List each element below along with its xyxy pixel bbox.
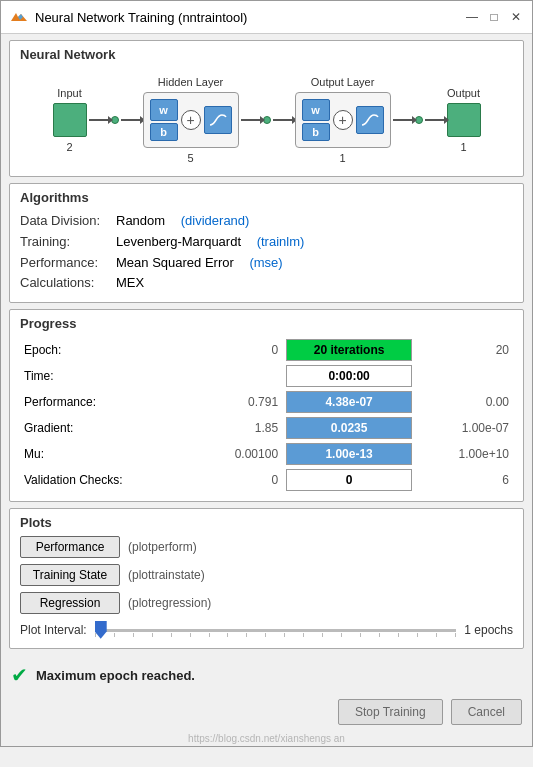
gradient-bar-cell: 0.0235 [282,415,416,441]
gradient-end: 1.00e-07 [416,415,513,441]
performance-algo-value: Mean Squared Error [116,253,234,274]
epoch-progress-bar: 20 iterations [286,339,412,361]
hidden-layer-box: w b + [143,92,239,148]
training-state-plot-link[interactable]: (plottrainstate) [128,568,205,582]
input-node [53,103,87,137]
arrow-4 [273,119,293,121]
matlab-icon [9,7,29,27]
mu-bar-text: 1.00e-13 [325,447,372,461]
status-bar: ✔ Maximum epoch reached. [1,655,532,695]
output-box: Output 1 [447,87,481,153]
output-label: Output [447,87,480,99]
time-end [416,363,513,389]
mu-end: 1.00e+10 [416,441,513,467]
epoch-label: Epoch: [20,337,197,363]
performance-plot-link[interactable]: (plotperform) [128,540,197,554]
validation-label: Validation Checks: [20,467,197,493]
stop-training-button[interactable]: Stop Training [338,699,443,725]
neural-network-section: Neural Network Input 2 Hidden Layer w [9,40,524,177]
tick-17 [398,633,399,637]
maximize-button[interactable]: □ [486,9,502,25]
tick-8 [227,633,228,637]
plot-interval-row: Plot Interval: [20,620,513,640]
algorithms-title: Algorithms [20,190,513,205]
arrow-5 [393,119,413,121]
tick-12 [303,633,304,637]
input-box: Input 2 [53,87,87,153]
mu-row: Mu: 0.00100 1.00e-13 1.00e+10 [20,441,513,467]
regression-plot-button[interactable]: Regression [20,592,120,614]
tick-10 [265,633,266,637]
slider-ticks [95,633,457,637]
tick-13 [322,633,323,637]
output-num: 1 [460,141,466,153]
data-division-value: Random [116,211,165,232]
performance-algo-link[interactable]: (mse) [249,253,282,274]
slider-track [95,629,457,632]
hidden-b: b [150,123,178,141]
regression-plot-link[interactable]: (plotregression) [128,596,211,610]
gradient-label: Gradient: [20,415,197,441]
title-bar-left: Neural Network Training (nntraintool) [9,7,247,27]
validation-end: 6 [416,467,513,493]
gradient-bar-text: 0.0235 [331,421,368,435]
plot-interval-value: 1 epochs [464,623,513,637]
validation-start: 0 [197,467,282,493]
perf-label: Performance: [20,389,197,415]
time-row: Time: 0:00:00 [20,363,513,389]
output-layer-wrapper: Output Layer w b + [295,76,391,164]
algorithms-section: Algorithms Data Division: Random (divide… [9,183,524,303]
training-link[interactable]: (trainlm) [257,232,305,253]
calculations-label: Calculations: [20,273,110,294]
time-bar-cell: 0:00:00 [282,363,416,389]
output-b: b [302,123,330,141]
tick-15 [360,633,361,637]
status-check-icon: ✔ [11,663,28,687]
gradient-row: Gradient: 1.85 0.0235 1.00e-07 [20,415,513,441]
validation-bar-text: 0 [346,473,353,487]
time-start [197,363,282,389]
perf-row: Performance: 0.791 4.38e-07 0.00 [20,389,513,415]
tick-18 [417,633,418,637]
mu-label: Mu: [20,441,197,467]
validation-progress-bar: 0 [286,469,412,491]
output-w: w [302,99,330,121]
progress-section: Progress Epoch: 0 20 iterations 20 Time: [9,309,524,502]
tick-7 [209,633,210,637]
tick-19 [436,633,437,637]
main-window: Neural Network Training (nntraintool) — … [0,0,533,747]
time-progress-bar: 0:00:00 [286,365,412,387]
window-title: Neural Network Training (nntraintool) [35,10,247,25]
nn-diagram: Input 2 Hidden Layer w b + [20,68,513,168]
validation-bar-cell: 0 [282,467,416,493]
input-label: Input [57,87,81,99]
calculations-row: Calculations: MEX [20,273,513,294]
progress-table: Epoch: 0 20 iterations 20 Time: 0:00:00 [20,337,513,493]
bottom-bar: Stop Training Cancel [1,695,532,733]
time-bar-text: 0:00:00 [328,369,369,383]
data-division-row: Data Division: Random (dividerand) [20,211,513,232]
plots-title: Plots [20,515,513,530]
cancel-button[interactable]: Cancel [451,699,522,725]
output-plus: + [333,110,353,130]
output-layer-inner: w b + [302,99,384,141]
gradient-progress-bar: 0.0235 [286,417,412,439]
output-node [447,103,481,137]
perf-bar-cell: 4.38e-07 [282,389,416,415]
perf-bar-text: 4.38e-07 [325,395,372,409]
hidden-layer-inner: w b + [150,99,232,141]
gradient-start: 1.85 [197,415,282,441]
plots-section: Plots Performance (plotperform) Training… [9,508,524,649]
close-button[interactable]: ✕ [508,9,524,25]
performance-plot-button[interactable]: Performance [20,536,120,558]
hidden-sigmoid [204,106,232,134]
minimize-button[interactable]: — [464,9,480,25]
data-division-link[interactable]: (dividerand) [181,211,250,232]
training-value: Levenberg-Marquardt [116,232,241,253]
plot-interval-label: Plot Interval: [20,623,87,637]
training-state-plot-button[interactable]: Training State [20,564,120,586]
perf-progress-bar: 4.38e-07 [286,391,412,413]
epoch-row: Epoch: 0 20 iterations 20 [20,337,513,363]
perf-end: 0.00 [416,389,513,415]
mu-progress-bar: 1.00e-13 [286,443,412,465]
